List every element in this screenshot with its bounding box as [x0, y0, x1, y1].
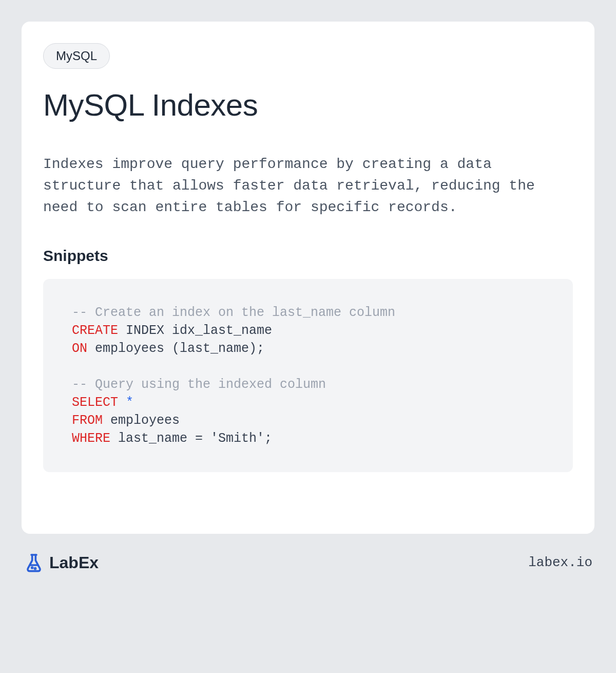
footer-url: labex.io [528, 555, 592, 570]
svg-point-1 [35, 568, 36, 569]
content-card: MySQL MySQL Indexes Indexes improve quer… [22, 22, 594, 534]
page-title: MySQL Indexes [43, 87, 573, 123]
code-snippet: -- Create an index on the last_name colu… [43, 279, 573, 472]
brand-name: LabEx [49, 553, 99, 572]
svg-point-0 [32, 567, 33, 568]
category-tag: MySQL [43, 43, 110, 69]
description-text: Indexes improve query performance by cre… [43, 154, 573, 218]
snippets-heading: Snippets [43, 247, 573, 265]
flask-icon [24, 552, 44, 573]
footer-brand: LabEx [24, 552, 99, 573]
footer: LabEx labex.io [22, 552, 594, 573]
